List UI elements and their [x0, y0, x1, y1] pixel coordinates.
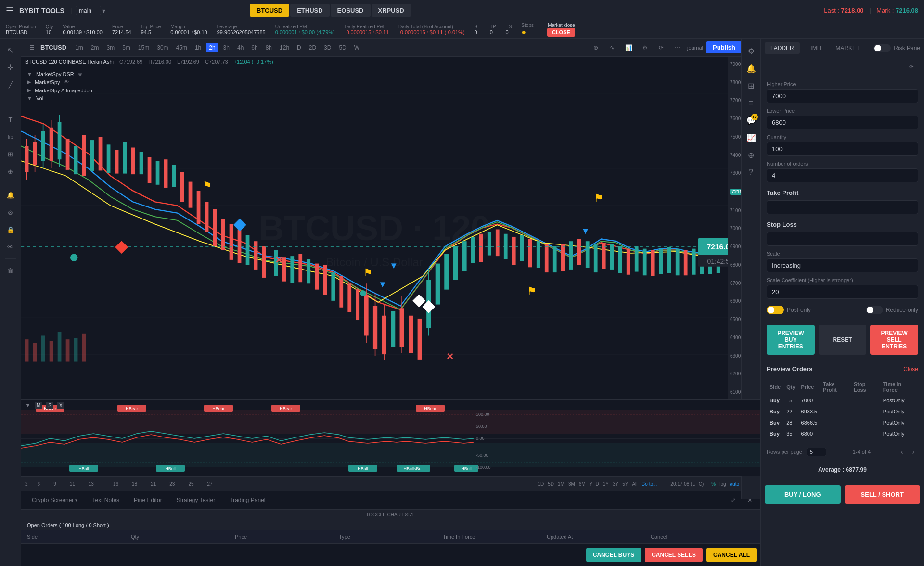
measure-right-icon[interactable]: ⊕ [744, 147, 759, 163]
toolbar-zoom[interactable]: ⊕ [3, 164, 18, 179]
tf-3d[interactable]: 3D [321, 43, 334, 52]
tf-30m[interactable]: 30m [154, 43, 171, 52]
toolbar-draw-line[interactable]: ╱ [3, 77, 18, 92]
chart-settings-right-icon[interactable]: 📈 [744, 130, 759, 145]
prev-page-button[interactable]: ‹ [897, 447, 907, 457]
more-icon[interactable]: ⋯ [671, 41, 684, 54]
toolbar-eye[interactable]: 👁 [3, 239, 18, 255]
chart-canvas[interactable]: BTCUSD 120 COINBASE Heikin Ashi O7192.69… [21, 57, 728, 399]
toolbar-cursor[interactable]: ↖ [3, 42, 18, 58]
tf-6h[interactable]: 6h [248, 43, 260, 52]
settings-right-icon[interactable]: ⚙ [744, 43, 759, 59]
tf-5d[interactable]: 5D [336, 43, 349, 52]
toolbar-crosshair[interactable]: ✛ [3, 60, 18, 75]
num-orders-input[interactable] [767, 168, 918, 182]
lower-price-input[interactable] [767, 116, 918, 129]
toolbar-measure[interactable]: ⊞ [3, 146, 18, 162]
order-tab-limit[interactable]: LIMIT [802, 42, 828, 54]
log-toggle[interactable]: log [719, 481, 726, 487]
tf-3m-bottom[interactable]: 3M [568, 481, 575, 487]
scale-coeff-input[interactable] [767, 285, 918, 299]
chat-right-icon[interactable]: 💬 17 [744, 113, 759, 128]
preview-buy-entries-button[interactable]: PREVIEWBUY ENTRIES [767, 325, 815, 355]
symbol-tab-eosusd[interactable]: EOSUSD [331, 4, 371, 17]
question-right-icon[interactable]: ? [744, 165, 759, 180]
tf-15m[interactable]: 15m [135, 43, 152, 52]
toolbar-lock[interactable]: 🔒 [3, 222, 18, 237]
stop-loss-input[interactable] [767, 232, 918, 246]
auto-toggle[interactable]: auto [730, 481, 739, 487]
tab-strategy-tester[interactable]: Strategy Tester [170, 494, 222, 506]
tf-2d[interactable]: 2D [306, 43, 319, 52]
workspace-selector[interactable]: main [76, 6, 101, 15]
tf-1d[interactable]: 1D [538, 481, 544, 487]
take-profit-input[interactable] [767, 200, 918, 214]
toolbar-fibonacci[interactable]: fib [3, 129, 18, 144]
tf-6m-bottom[interactable]: 6M [579, 481, 586, 487]
toolbar-magnet[interactable]: ⊗ [3, 205, 18, 220]
layout-right-icon[interactable]: ⊞ [744, 78, 759, 93]
buy-long-button[interactable]: BUY / LONG [765, 485, 841, 504]
symbol-tab-btcusd[interactable]: BTCUSD [250, 4, 289, 17]
risk-pane-switch[interactable] [873, 44, 891, 52]
quantity-input[interactable] [767, 142, 918, 156]
tab-pine-editor[interactable]: Pine Editor [127, 494, 169, 506]
publish-button[interactable]: Publish [706, 41, 742, 53]
symbol-tab-ethusd[interactable]: ETHUSD [290, 4, 329, 17]
replay-icon[interactable]: ⟳ [654, 41, 668, 54]
next-page-button[interactable]: › [909, 447, 918, 457]
compare-icon[interactable]: ⊕ [589, 41, 603, 54]
tf-2h[interactable]: 2h [206, 43, 218, 52]
tf-8h[interactable]: 8h [263, 43, 275, 52]
tf-all-bottom[interactable]: All [632, 481, 637, 487]
higher-price-input[interactable] [767, 89, 918, 103]
footer-expand-icon[interactable]: ⤢ [727, 493, 740, 507]
toolbar-horizontal-line[interactable]: — [3, 94, 18, 110]
tf-12h[interactable]: 12h [277, 43, 292, 52]
post-only-switch[interactable] [767, 306, 784, 314]
toggle-chart-bar[interactable]: TOGGLE CHART SIZE [21, 509, 760, 520]
toolbar-alert[interactable]: 🔔 [3, 187, 18, 203]
scale-select[interactable]: Increasing Decreasing Random [767, 258, 918, 272]
tf-3m[interactable]: 3m [104, 43, 118, 52]
tf-1y-bottom[interactable]: 1Y [603, 481, 609, 487]
tf-5d-bottom[interactable]: 5D [548, 481, 554, 487]
preview-orders-close[interactable]: Close [903, 366, 918, 373]
tf-1m-bottom[interactable]: 1M [558, 481, 565, 487]
cancel-buys-button[interactable]: CANCEL BUYS [586, 548, 641, 562]
indicators-icon[interactable]: ∿ [605, 41, 619, 54]
reset-button[interactable]: RESET [819, 325, 867, 355]
tf-1m[interactable]: 1m [72, 43, 86, 52]
tf-5m[interactable]: 5m [119, 43, 133, 52]
tf-w[interactable]: W [351, 43, 362, 52]
tf-45m[interactable]: 45m [173, 43, 190, 52]
symbol-tab-xrpusd[interactable]: XRPUSD [372, 4, 411, 17]
goto-input[interactable]: Go to... [642, 481, 657, 487]
alert-right-icon[interactable]: 🔔 [744, 61, 759, 76]
reduce-only-switch[interactable] [866, 306, 883, 314]
tf-d[interactable]: D [294, 43, 304, 52]
sidebar-toggle-icon[interactable]: ☰ [25, 41, 38, 54]
toolbar-trash[interactable]: 🗑 [3, 263, 18, 278]
tf-ytd-bottom[interactable]: YTD [590, 481, 599, 487]
tf-3h[interactable]: 3h [220, 43, 232, 52]
chart-type-icon[interactable]: 📊 [622, 41, 635, 54]
preview-sell-entries-button[interactable]: PREVIEWSELL ENTRIES [870, 325, 918, 355]
tf-1h[interactable]: 1h [192, 43, 204, 52]
cancel-all-button[interactable]: CANCEL ALL [706, 548, 757, 562]
refresh-icon[interactable]: ⟳ [905, 60, 918, 74]
tf-5y-bottom[interactable]: 5Y [622, 481, 628, 487]
tf-3y-bottom[interactable]: 3Y [613, 481, 618, 487]
tab-crypto-screener[interactable]: Crypto Screener ▾ [25, 494, 84, 506]
order-tab-market[interactable]: MARKET [830, 42, 865, 54]
sell-short-button[interactable]: SELL / SHORT [845, 485, 921, 504]
tab-text-notes[interactable]: Text Notes [85, 494, 126, 506]
order-tab-ladder[interactable]: LADDER [765, 42, 800, 54]
tf-4h[interactable]: 4h [234, 43, 246, 52]
cancel-sells-button[interactable]: CANCEL SELLS [645, 548, 703, 562]
indicators-right-icon[interactable]: ≡ [744, 95, 759, 111]
tf-2m[interactable]: 2m [88, 43, 102, 52]
toolbar-text[interactable]: T [3, 112, 18, 127]
close-button[interactable]: CLOSE [547, 28, 575, 37]
rows-per-page-select[interactable]: 5 10 25 [807, 448, 826, 456]
